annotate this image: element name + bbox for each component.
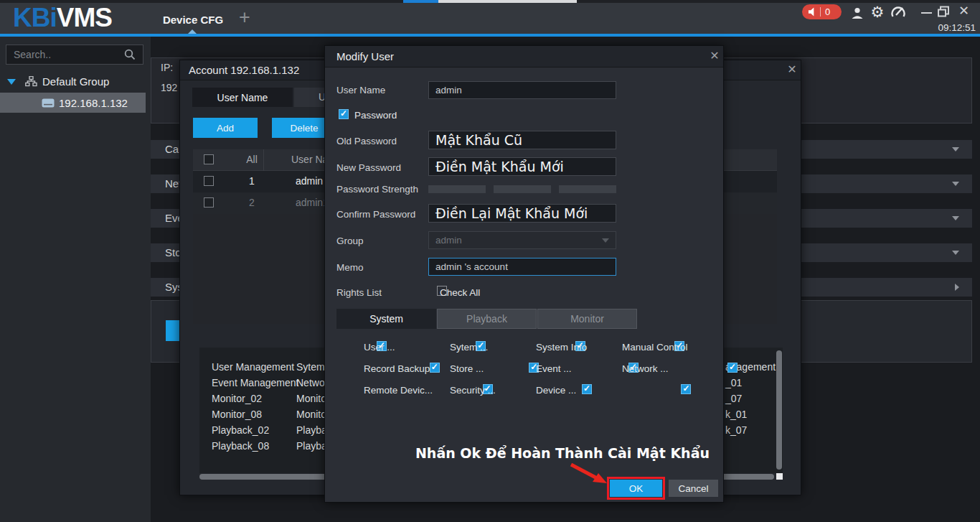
close-button[interactable]: ✕ [957,4,971,18]
rights-item: User Management [212,361,294,373]
group-label: Group [336,236,364,246]
search-input[interactable]: Search.. [6,45,143,65]
rights-item: Event Management [212,377,298,388]
new-password-input[interactable]: Điền Mật Khẩu Mới [428,157,616,176]
speaker-icon [808,7,817,17]
tab-device-cfg[interactable]: Device CFG [156,9,230,30]
ip-value: 192 [161,82,177,93]
device-tree-label: 192.168.1.132 [59,97,128,109]
chevron-down-icon [952,216,959,220]
vertical-scrollbar[interactable] [776,350,782,470]
rights-item: Playback_02 [212,424,269,436]
strength-bar-3 [559,185,616,193]
annotation-text: Nhấn Ok Để Hoàn Thành Cài Mật Khẩu [415,445,710,461]
modify-user-dialog: Modify User ✕ User Name admin Password O… [324,45,724,503]
permission-label: Sytem ... [450,342,488,353]
rights-item: Sytem [296,361,325,373]
column-divider [263,149,264,171]
permission-checkbox[interactable] [582,384,592,394]
device-icon [42,98,55,108]
user-name-label: User Name [336,85,385,95]
clock: 09:12:51 [890,22,976,33]
account-window-title: Account 192.168.1.132 [189,64,299,76]
permission-label: Remote Devic... [364,385,433,396]
person-icon [850,6,864,20]
permission-label: System Info [536,342,587,353]
chevron-down-icon [952,251,959,255]
new-password-label: New Password [336,162,401,173]
permission-label: Security ... [450,385,496,396]
gear-icon: ⚙ [871,4,885,20]
account-close-button[interactable]: ✕ [786,62,798,76]
chevron-down-icon [952,182,959,186]
group-select[interactable]: admin [428,231,616,249]
new-tab-button[interactable]: + [235,6,254,29]
permission-checkbox[interactable] [430,363,440,373]
close-icon: ✕ [958,4,969,18]
app-logo: KBiVMS [13,1,112,34]
add-button[interactable]: Add [193,118,258,138]
cancel-button[interactable]: Cancel [669,480,718,497]
permission-checkbox[interactable] [727,363,738,373]
user-name-input[interactable]: admin [428,81,616,99]
alarm-count: 0 [825,6,830,17]
memo-label: Memo [336,262,364,273]
performance-icon-button[interactable] [890,6,906,20]
strength-bar-2 [494,185,551,193]
ok-button[interactable]: OK [610,480,662,497]
search-icon [124,49,136,60]
settings-icon-button[interactable]: ⚙ [870,4,885,20]
account-tab-user-name[interactable]: User Name [192,88,293,107]
tree-expand-icon[interactable] [7,79,16,85]
permission-label: Network ... [622,363,669,374]
rights-item-fragment: _07 [725,393,742,404]
rights-item: Monito [296,393,326,404]
tree-group-label: Default Group [42,75,109,88]
tree-group-default[interactable]: Default Group [0,72,151,91]
tab-indicator [188,29,197,34]
dialog-close-button[interactable]: ✕ [708,49,721,62]
row-number: 1 [227,175,276,187]
row-checkbox[interactable] [204,197,214,208]
permission-label: Device ... [536,385,576,396]
chevron-down-icon [602,238,609,243]
device-tree-item[interactable]: 192.168.1.132 [0,93,146,113]
memo-input[interactable]: admin 's account [428,258,616,276]
scrollbar-corner [776,473,783,480]
permission-label: Store ... [450,363,484,374]
rights-item: Monitor_02 [212,393,262,404]
app-logo-white: VMS [57,3,112,33]
table-header-all: All [227,154,276,165]
rights-item: Playback_08 [212,440,269,452]
close-icon: ✕ [710,50,719,62]
minimize-icon [921,12,932,14]
tab-system[interactable]: System [336,309,436,329]
confirm-password-input[interactable]: Điền Lại Mật Khẩu Mới [428,204,616,223]
restore-icon [937,5,951,19]
permission-label: User ... [364,342,395,353]
tab-monitor[interactable]: Monitor [537,309,637,329]
confirm-password-label: Confirm Password [336,209,415,220]
rights-item: Monito [296,409,326,420]
strength-bar-1 [428,185,486,193]
rights-item: Playba [296,424,327,436]
password-checkbox[interactable] [339,109,349,119]
minimize-button[interactable] [920,6,933,19]
ip-label: IP: [161,62,173,73]
chevron-right-icon [955,284,959,291]
alarm-badge[interactable]: 0 [802,4,842,19]
old-password-input[interactable]: Mật Khẩu Cũ [428,131,616,149]
app-window: KBiVMS Device CFG + 0 ⚙ ✕ 09:12:51 Searc… [0,0,980,522]
restore-button[interactable] [937,5,951,19]
search-placeholder: Search.. [14,49,124,60]
rights-item: Networ [296,377,328,388]
rights-item-fragment: _01 [725,377,742,388]
row-checkbox[interactable] [204,176,214,186]
select-all-checkbox[interactable] [204,154,214,164]
tab-playback[interactable]: Playback [437,309,537,329]
chevron-down-icon [952,147,959,152]
gauge-icon [890,6,906,19]
user-icon-button[interactable] [850,6,864,20]
rights-item-fragment: k_07 [725,424,747,436]
permission-checkbox[interactable] [681,384,691,394]
